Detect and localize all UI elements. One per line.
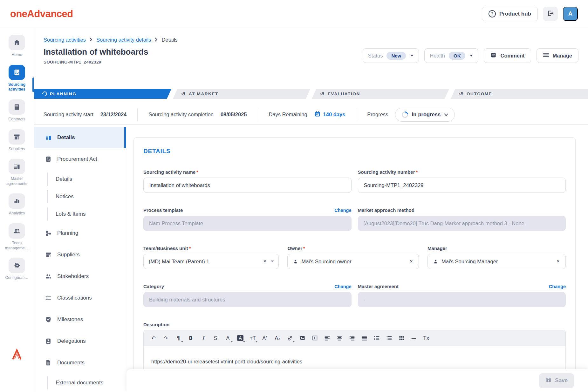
sidebar-item-team-management[interactable]: Team manageme…: [0, 223, 34, 251]
days-remaining-section: Days Remaining 140 days: [258, 108, 357, 121]
strikethrough-icon[interactable]: S: [210, 333, 221, 343]
sidebar-item-label: Sourcing activities: [1, 82, 32, 92]
chevron-down-icon: [470, 55, 473, 57]
media-icon[interactable]: [309, 333, 320, 343]
save-icon: [545, 377, 552, 385]
subnav-item-documents[interactable]: Documents: [34, 353, 126, 373]
change-master-agreement-link[interactable]: Change: [549, 284, 566, 289]
subnav-item-suppliers[interactable]: Suppliers: [34, 245, 126, 265]
activity-info-bar: Sourcing activity start 23/12/2024 Sourc…: [34, 105, 588, 125]
italic-icon[interactable]: I: [198, 333, 209, 343]
form-row-team-owner-manager: Team/Business unit* (MD) Mai Team (Paren…: [143, 246, 566, 269]
sourcing-activity-name-input[interactable]: [143, 178, 352, 193]
subnav-item-details[interactable]: Details: [34, 127, 126, 148]
save-button[interactable]: Save: [539, 373, 574, 388]
horizontal-rule-icon[interactable]: —: [408, 333, 419, 343]
sidebar-item-sourcing-activities[interactable]: Sourcing activities: [0, 65, 34, 92]
bold-icon[interactable]: B: [185, 333, 196, 343]
subnav-item-procurement-details[interactable]: Details: [34, 171, 126, 187]
subnav-item-milestones[interactable]: Milestones: [34, 310, 126, 329]
owner-select[interactable]: Mai's Sourcing owner ×: [287, 254, 419, 269]
logout-button[interactable]: [543, 7, 558, 21]
subnav-item-classifications[interactable]: Classifications: [34, 288, 126, 308]
ordered-list-icon[interactable]: [384, 333, 394, 343]
subnav-item-stakeholders[interactable]: Stakeholders: [34, 267, 126, 286]
sidebar-item-analytics[interactable]: Analytics: [0, 193, 34, 216]
tab-evaluation[interactable]: ↺ EVALUATION: [312, 89, 449, 99]
sidebar-item-contracts[interactable]: Contracts: [0, 99, 34, 122]
product-hub-button[interactable]: Product hub: [482, 7, 538, 21]
subnav-label: Classifications: [57, 295, 92, 301]
text-color-icon[interactable]: A: [222, 333, 233, 343]
superscript-icon[interactable]: A²: [260, 333, 270, 343]
days-remaining-label: Days Remaining: [269, 112, 307, 118]
breadcrumb-link-activity-details[interactable]: Sourcing activity details: [96, 37, 151, 43]
clear-format-icon[interactable]: Tx: [421, 333, 432, 343]
subnav-item-notices[interactable]: Notices: [34, 188, 126, 205]
description-label: Description: [143, 322, 170, 327]
subscript-icon[interactable]: A₂: [272, 333, 283, 343]
shield-check-icon: [44, 316, 52, 323]
team-business-unit-select[interactable]: (MD) Mai Team (Parent) 1 ×: [143, 254, 279, 269]
progress-label: Progress: [367, 112, 388, 118]
number-label: Sourcing activity number*: [358, 169, 418, 175]
comment-button[interactable]: Comment: [484, 48, 531, 63]
justify-icon[interactable]: [359, 333, 370, 343]
change-process-template-link[interactable]: Change: [334, 208, 351, 213]
bullet-list-icon[interactable]: [371, 333, 382, 343]
user-avatar[interactable]: A: [563, 7, 578, 21]
comment-label: Comment: [500, 53, 524, 59]
highlight-icon[interactable]: A: [235, 333, 246, 343]
clear-icon[interactable]: ×: [408, 258, 414, 265]
people-icon: [44, 273, 52, 280]
table-icon[interactable]: [396, 333, 407, 343]
status-dropdown[interactable]: Status New: [363, 48, 419, 63]
tab-label: OUTCOME: [467, 91, 492, 96]
undo-icon[interactable]: ↶: [148, 333, 159, 343]
tab-at-market[interactable]: ↺ AT MARKET: [173, 89, 310, 99]
font-size-icon[interactable]: тT: [247, 333, 258, 343]
market-approach-label: Market approach method: [358, 207, 414, 213]
health-dropdown[interactable]: Health OK: [424, 48, 478, 63]
link-icon[interactable]: [284, 333, 295, 343]
subnav-item-external-documents[interactable]: External documents: [34, 375, 126, 391]
sourcing-activity-number-input[interactable]: [358, 178, 566, 193]
name-label: Sourcing activity name*: [143, 169, 198, 175]
image-icon[interactable]: [297, 333, 308, 343]
align-right-icon[interactable]: [346, 333, 357, 343]
person-icon: [433, 259, 438, 264]
person-icon: [293, 259, 298, 264]
subnav-label: Details: [57, 134, 75, 141]
save-label: Save: [555, 377, 568, 384]
tab-outcome[interactable]: ↺ OUTCOME: [451, 89, 588, 99]
align-center-icon[interactable]: [334, 333, 345, 343]
sidebar-item-suppliers[interactable]: Suppliers: [0, 129, 34, 152]
progress-dropdown[interactable]: In-progress: [395, 108, 455, 122]
tab-planning[interactable]: PLANNING: [34, 89, 171, 99]
sidebar-item-label: Configurati…: [5, 275, 29, 280]
subnav-item-procurement-act[interactable]: Procurement Act: [34, 149, 126, 169]
manage-button[interactable]: Manage: [537, 48, 578, 63]
change-category-link[interactable]: Change: [334, 284, 351, 289]
sidebar-item-configuration[interactable]: Configurati…: [0, 258, 34, 280]
redo-icon[interactable]: ↷: [161, 333, 171, 343]
paragraph-icon[interactable]: ¶: [173, 333, 184, 343]
subnav-item-lots-items[interactable]: Lots & Items: [34, 206, 126, 222]
status-label: Status: [368, 53, 383, 59]
manager-select[interactable]: Mai's Sourcing Manager ×: [427, 254, 566, 269]
subnav-item-planning[interactable]: Planning: [34, 223, 126, 243]
align-left-icon[interactable]: [322, 333, 332, 343]
list-icon: [44, 294, 52, 302]
form-row-category-agreement: Category Change Building materials and s…: [143, 284, 566, 307]
clear-icon[interactable]: ×: [555, 258, 561, 265]
details-icon: [44, 134, 52, 141]
owner-label: Owner*: [287, 246, 305, 251]
subnav-item-delegations[interactable]: Delegations: [34, 331, 126, 351]
breadcrumb-link-sourcing-activities[interactable]: Sourcing activities: [44, 37, 86, 43]
clear-icon[interactable]: ×: [262, 258, 268, 265]
oneadvanced-logo[interactable]: oneAdvanced: [10, 8, 73, 20]
sidebar-item-master-agreements[interactable]: Master agreements: [0, 159, 34, 186]
analytics-icon: [9, 193, 25, 209]
chevron-down-icon[interactable]: [271, 260, 274, 262]
sidebar-item-home[interactable]: Home: [0, 35, 34, 57]
